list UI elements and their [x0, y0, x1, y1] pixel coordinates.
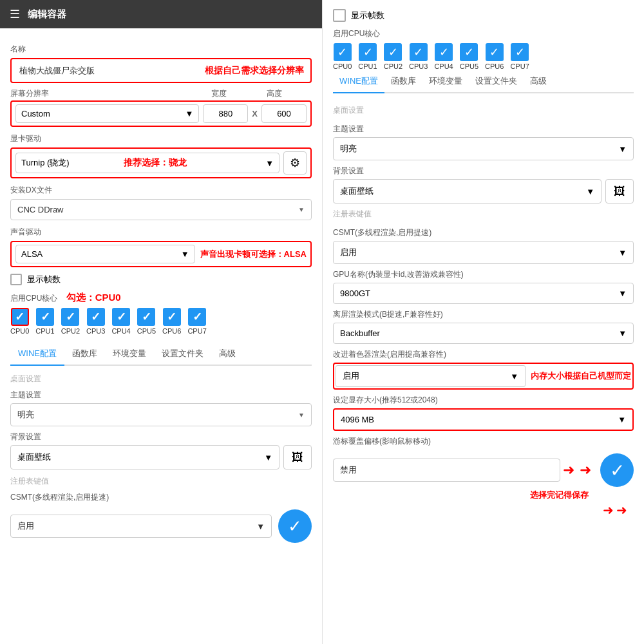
right-tabs: WINE配置 函数库 环境变量 设置文件夹 高级 [333, 70, 634, 93]
right-fps-checkbox[interactable] [333, 9, 346, 22]
bg-label: 背景设置 [10, 431, 312, 442]
right-cpu-item-1: ✓ CPU1 [358, 43, 377, 70]
cpu3-checkbox[interactable]: ✓ [87, 308, 105, 326]
sound-select[interactable]: ALSA ▼ [15, 245, 195, 263]
tab-folder[interactable]: 设置文件夹 [154, 343, 211, 366]
name-annotation-box: 根据自己需求选择分辨率 [10, 58, 312, 83]
cpu-item-7: ✓ CPU7 [187, 308, 206, 335]
left-panel: ☰ 编辑容器 名称 根据自己需求选择分辨率 屏幕分辨率 宽度 高度 Custom… [0, 0, 322, 644]
right-cpu-grid: ✓ CPU0 ✓ CPU1 ✓ CPU2 ✓ CPU3 ✓ CPU4 [333, 43, 634, 70]
dx-select[interactable]: CNC DDraw ▼ [10, 199, 312, 220]
right-tab-libs[interactable]: 函数库 [384, 70, 422, 93]
right-vram-select[interactable]: 4096 MB ▼ [334, 410, 632, 430]
csmt-row: 启用 ▼ ✓ [10, 509, 312, 543]
wallpaper-image-button[interactable]: 🖼 [283, 445, 312, 469]
right-wallpaper-image-button[interactable]: 🖼 [605, 179, 634, 204]
right-cpu4-checkbox[interactable]: ✓ [435, 43, 453, 61]
cpu5-checkbox[interactable]: ✓ [137, 308, 155, 326]
right-tab-folder[interactable]: 设置文件夹 [469, 70, 524, 93]
cpu1-checkbox[interactable]: ✓ [36, 308, 54, 326]
tab-advanced[interactable]: 高级 [211, 343, 243, 366]
right-bg-setting: 背景设置 桌面壁纸 ▼ 🖼 [333, 166, 634, 204]
right-tab-advanced[interactable]: 高级 [524, 70, 553, 93]
right-cpu6-checkbox[interactable]: ✓ [486, 43, 504, 61]
menu-icon[interactable]: ☰ [10, 7, 20, 21]
right-cpu0-checkbox[interactable]: ✓ [334, 43, 352, 61]
right-csmt-value: 启用 [340, 247, 357, 258]
cpu6-label: CPU6 [162, 327, 181, 335]
right-offscreen-select[interactable]: Backbuffer ▼ [333, 323, 634, 344]
csmt-select[interactable]: 启用 ▼ [10, 515, 272, 538]
fps-checkbox[interactable] [10, 274, 22, 285]
tab-libs[interactable]: 函数库 [64, 343, 105, 366]
right-tab-env[interactable]: 环境变量 [422, 70, 469, 93]
right-cursor-label: 游标覆盖偏移(影响鼠标移动) [333, 436, 634, 447]
desktop-section-title: 桌面设置 [10, 374, 312, 384]
cpu1-check-icon: ✓ [41, 310, 50, 324]
right-color-select[interactable]: 启用 ▼ [336, 365, 526, 387]
cpu0-check-icon: ✓ [15, 310, 24, 324]
width-input[interactable] [203, 104, 248, 123]
cpu-label: 启用CPU核心 勾选：CPU0 [10, 292, 312, 304]
sound-row: ALSA ▼ 声音出现卡顿可选择：ALSA [10, 241, 312, 267]
right-cpu3-checkbox[interactable]: ✓ [410, 43, 428, 61]
right-cpu2-checkbox[interactable]: ✓ [384, 43, 402, 61]
right-theme-select[interactable]: 明亮 ▼ [333, 137, 634, 160]
driver-chevron: ▼ [265, 158, 274, 168]
csmt-chevron: ▼ [256, 522, 265, 531]
right-color-chevron: ▼ [510, 372, 518, 381]
right-cpu-label: 启用CPU核心 [333, 28, 634, 39]
right-wallpaper-select[interactable]: 桌面壁纸 ▼ [333, 179, 601, 204]
bg-setting: 背景设置 桌面壁纸 ▼ 🖼 [10, 431, 312, 469]
resolution-select[interactable]: Custom ▼ [15, 104, 199, 123]
right-tab-wine[interactable]: WINE配置 [333, 70, 384, 93]
right-offscreen-value: Backbuffer [340, 328, 380, 338]
right-cpu-item-3: ✓ CPU3 [409, 43, 428, 70]
right-cpu0-icon: ✓ [337, 45, 347, 59]
cpu6-checkbox[interactable]: ✓ [163, 308, 181, 326]
width-label: 宽度 [211, 88, 263, 99]
left-save-button[interactable]: ✓ [278, 509, 312, 543]
cpu4-checkbox[interactable]: ✓ [112, 308, 130, 326]
right-csmt-select[interactable]: 启用 ▼ [333, 241, 634, 264]
cpu6-check-icon: ✓ [167, 310, 176, 324]
right-cursor-row: 禁用 ➜ ➜ ✓ [333, 453, 634, 487]
header-title: 编辑容器 [28, 8, 66, 21]
right-offscreen-setting: 离屏渲染模式(B提速,F兼容性好) Backbuffer ▼ [333, 309, 634, 344]
right-cpu1-checkbox[interactable]: ✓ [359, 43, 377, 61]
right-color-value: 启用 [343, 370, 359, 382]
right-offscreen-chevron: ▼ [618, 328, 627, 338]
cpu7-checkbox[interactable]: ✓ [188, 308, 206, 326]
right-cpu7-checkbox[interactable]: ✓ [511, 43, 529, 61]
wallpaper-select[interactable]: 桌面壁纸 ▼ [10, 445, 279, 469]
bottom-arrow1-icon: ➜ [603, 502, 614, 518]
tab-wine[interactable]: WINE配置 [10, 343, 64, 366]
gear-button[interactable]: ⚙ [283, 151, 307, 175]
right-vram-annotation-box: 4096 MB ▼ [333, 408, 634, 431]
driver-value: Turnip (骁龙) [21, 157, 70, 169]
right-panel: 显示帧数 启用CPU核心 ✓ CPU0 ✓ CPU1 ✓ CPU2 ✓ C [322, 0, 644, 644]
height-input[interactable] [261, 104, 307, 123]
tab-env[interactable]: 环境变量 [105, 343, 154, 366]
csmt-setting: CSMT(多线程渲染,启用提速) 启用 ▼ ✓ [10, 492, 312, 543]
right-cursor-select[interactable]: 禁用 [333, 459, 560, 482]
header: ☰ 编辑容器 [0, 0, 322, 28]
cpu2-checkbox[interactable]: ✓ [61, 308, 79, 326]
right-cpu4-icon: ✓ [439, 45, 449, 59]
right-cpu5-checkbox[interactable]: ✓ [460, 43, 478, 61]
right-theme-label: 主题设置 [333, 124, 634, 135]
sound-value: ALSA [21, 249, 43, 259]
cpu0-checkbox[interactable]: ✓ [11, 308, 29, 326]
right-gpu-value: 9800GT [340, 289, 370, 298]
theme-setting: 主题设置 明亮 ▼ [10, 390, 312, 426]
right-cpu1-icon: ✓ [363, 45, 373, 59]
sound-annotation: 声音出现卡顿可选择：ALSA [200, 249, 307, 260]
right-save-button[interactable]: ✓ [600, 453, 634, 487]
cpu2-label: CPU2 [61, 327, 80, 335]
cpu-item-4: ✓ CPU4 [111, 308, 130, 335]
right-theme-value: 明亮 [340, 143, 357, 155]
right-color-setting: 改进着色器渲染(启用提高兼容性) 启用 ▼ 内存大小根据自己机型而定 [333, 349, 634, 390]
theme-select[interactable]: 明亮 ▼ [10, 403, 312, 426]
right-cpu-item-2: ✓ CPU2 [384, 43, 402, 70]
right-gpu-select[interactable]: 9800GT ▼ [333, 283, 634, 304]
